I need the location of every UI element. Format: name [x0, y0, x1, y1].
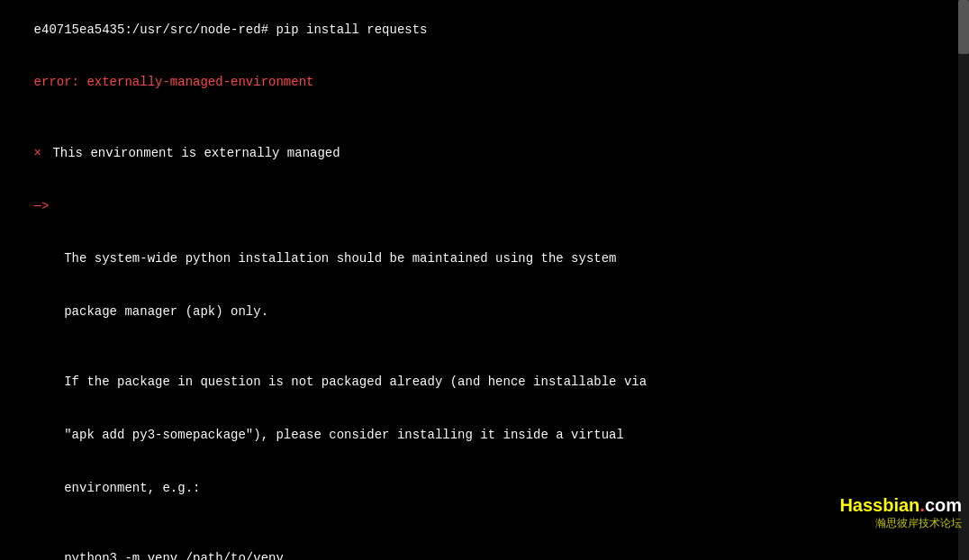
terminal-line-indent4: "apk add py3-somepackage"), please consi…: [0, 410, 969, 463]
scrollbar[interactable]: [958, 0, 969, 560]
watermark-sub: 瀚思彼岸技术论坛: [839, 516, 962, 531]
cross-text: This environment is externally managed: [45, 146, 340, 160]
watermark-main: Hassbian.com: [839, 495, 962, 516]
terminal-line-indent1: The system-wide python installation shou…: [0, 233, 969, 286]
terminal-line-blank3: [0, 515, 969, 533]
watermark-hassbian: Hassbian: [839, 495, 919, 515]
terminal-line-indent2: package manager (apk) only.: [0, 286, 969, 339]
terminal-line-arrow1: ─>: [0, 180, 969, 233]
watermark-com: com: [925, 495, 962, 515]
terminal-line-indent5: environment, e.g.:: [0, 462, 969, 515]
terminal-line-cross1: × This environment is externally managed: [0, 127, 969, 180]
terminal-line-prompt1: e40715ea5435:/usr/src/node-red# pip inst…: [0, 4, 969, 57]
terminal-line-error1: error: externally-managed-environment: [0, 57, 969, 110]
terminal-line-blank1: [0, 110, 969, 128]
terminal-line-blank2: [0, 339, 969, 357]
watermark: Hassbian.com 瀚思彼岸技术论坛: [839, 495, 962, 531]
terminal-line-indent6: python3 -m venv /path/to/venv: [0, 533, 969, 560]
arrow-text: ─>: [34, 199, 50, 213]
prompt-text: e40715ea5435:/usr/src/node-red# pip inst…: [34, 23, 428, 37]
scrollbar-thumb[interactable]: [958, 0, 969, 54]
cross-mark: ×: [34, 146, 41, 160]
terminal-line-indent3: If the package in question is not packag…: [0, 357, 969, 410]
terminal: e40715ea5435:/usr/src/node-red# pip inst…: [0, 0, 969, 560]
error-text: error: externally-managed-environment: [34, 75, 314, 89]
